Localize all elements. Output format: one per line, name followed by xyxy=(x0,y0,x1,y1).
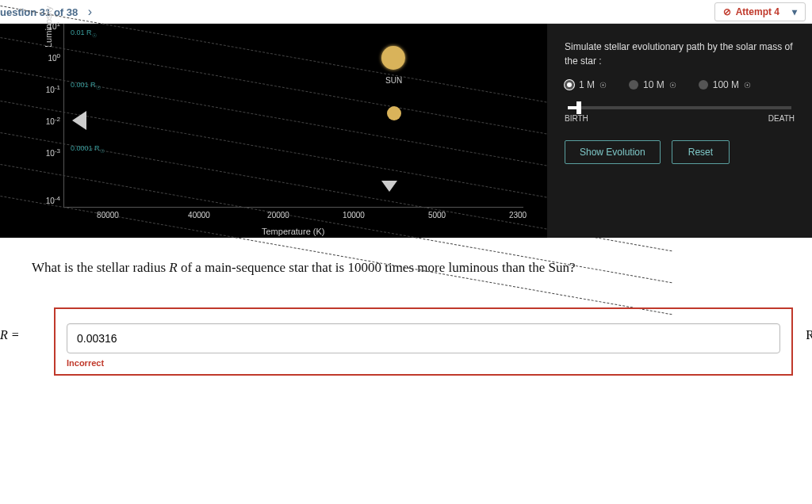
sun-marker xyxy=(381,46,405,70)
attempt-label: Attempt 4 xyxy=(736,6,779,17)
chevron-right-icon[interactable]: › xyxy=(88,5,92,18)
x-tick: 40000 xyxy=(188,211,210,220)
y-tick: 100 xyxy=(33,52,60,63)
hr-diagram[interactable]: Luminosity Temperature (K) 101 100 10-1 … xyxy=(0,24,547,238)
mass-option-10[interactable]: 10 M☉ xyxy=(629,79,676,90)
slider-birth-label: BIRTH xyxy=(565,114,588,123)
answer-input[interactable] xyxy=(67,323,780,353)
x-tick: 5000 xyxy=(428,211,446,220)
iso-radius-label: 0.001 R☉ xyxy=(71,81,101,91)
incorrect-label: Incorrect xyxy=(67,358,780,368)
attempt-dropdown[interactable]: ⊘ Attempt 4 ▾ xyxy=(714,2,806,21)
radio-icon xyxy=(565,80,574,90)
simulation-panel: Luminosity Temperature (K) 101 100 10-1 … xyxy=(0,24,812,238)
plot-area: 101 100 10-1 10-2 10-3 10-4 80000 40000 … xyxy=(63,24,523,208)
question-area: What is the stellar radius R of a main-s… xyxy=(0,238,812,384)
y-tick: 101 xyxy=(33,21,60,31)
ban-icon: ⊘ xyxy=(723,6,731,17)
sun-label: SUN xyxy=(385,76,402,85)
answer-box: Incorrect xyxy=(54,307,793,376)
x-tick: 10000 xyxy=(343,211,365,220)
slider-labels: BIRTH DEATH xyxy=(565,114,795,123)
evolution-slider[interactable] xyxy=(568,106,791,109)
position-indicator-icon xyxy=(381,181,397,192)
iso-radius-label: 0.01 R☉ xyxy=(71,29,97,39)
show-evolution-button[interactable]: Show Evolution xyxy=(565,140,661,164)
controls-intro: Simulate stellar evolutionary path by th… xyxy=(565,40,795,68)
iso-radius-label: 0.0001 R☉ xyxy=(71,144,105,155)
mass-option-1[interactable]: 1 M☉ xyxy=(565,79,607,90)
y-tick: 10-2 xyxy=(33,116,60,126)
mass-selector: 1 M☉ 10 M☉ 100 M☉ xyxy=(565,79,795,90)
x-tick: 2300 xyxy=(509,211,527,220)
y-tick: 10-3 xyxy=(33,147,60,158)
controls-panel: Simulate stellar evolutionary path by th… xyxy=(547,24,812,238)
caret-down-icon: ▾ xyxy=(792,6,797,17)
slider-handle[interactable] xyxy=(576,101,581,114)
radio-icon xyxy=(699,80,708,90)
unit-label: R☉ xyxy=(806,328,812,344)
r-equals-label: R = xyxy=(0,328,20,342)
mass-option-100[interactable]: 100 M☉ xyxy=(699,79,751,90)
y-tick: 10-1 xyxy=(33,84,60,94)
play-back-icon[interactable] xyxy=(72,111,86,130)
header-bar: uestion 31 of 38 › ⊘ Attempt 4 ▾ xyxy=(0,0,812,24)
slider-death-label: DEATH xyxy=(768,114,795,123)
reset-button[interactable]: Reset xyxy=(672,140,730,164)
radio-icon xyxy=(629,80,638,90)
star-marker xyxy=(387,106,401,120)
x-axis-label: Temperature (K) xyxy=(262,227,324,236)
